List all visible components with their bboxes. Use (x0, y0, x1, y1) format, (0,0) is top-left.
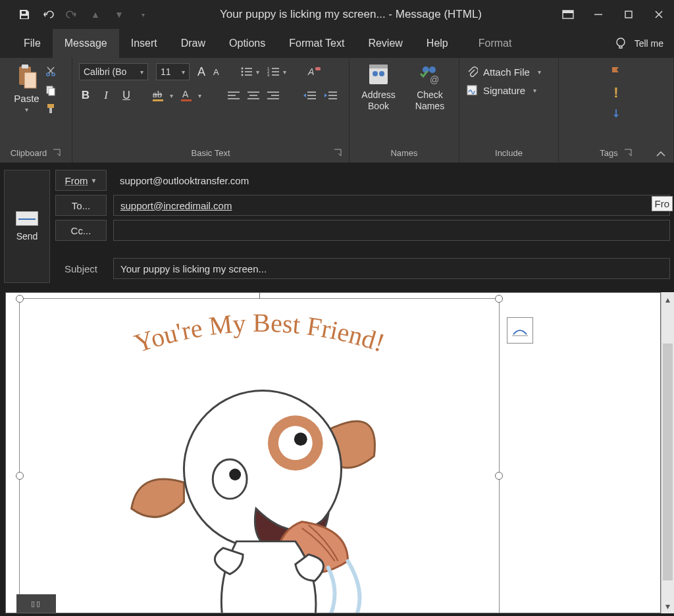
minimize-button[interactable] (583, 0, 613, 29)
ribbon-display-icon[interactable] (553, 0, 583, 29)
send-button[interactable]: Send (4, 170, 50, 283)
svg-rect-31 (315, 67, 321, 70)
check-names-button[interactable]: @ Check Names (407, 63, 452, 112)
to-button[interactable]: To... (55, 195, 107, 216)
svg-text:A: A (307, 66, 314, 77)
low-importance-icon[interactable] (611, 108, 621, 120)
signature-button[interactable]: Signature ▾ (466, 84, 552, 96)
undo-icon[interactable] (42, 9, 54, 20)
align-right-icon[interactable] (267, 87, 279, 104)
qat-next-icon[interactable]: ▼ (113, 9, 125, 20)
tab-message[interactable]: Message (53, 29, 119, 58)
align-left-icon[interactable] (228, 87, 240, 104)
svg-rect-17 (49, 108, 52, 113)
envelope-icon (16, 211, 38, 226)
maximize-button[interactable] (613, 0, 644, 29)
collapse-ribbon-icon[interactable] (655, 149, 667, 159)
paste-label: Paste (14, 93, 39, 104)
tab-review[interactable]: Review (356, 29, 414, 58)
tell-me[interactable]: Tell me (603, 29, 674, 58)
bullets-icon[interactable]: ▾ (240, 63, 259, 80)
italic-button[interactable]: I (100, 87, 112, 104)
scroll-thumb[interactable] (663, 344, 673, 580)
basic-text-dialog-launcher-icon[interactable] (333, 148, 342, 157)
tab-help[interactable]: Help (415, 29, 460, 58)
svg-point-6 (617, 38, 625, 46)
clipboard-dialog-launcher-icon[interactable] (52, 148, 61, 157)
tab-options[interactable]: Options (217, 29, 277, 58)
include-group-label: Include (495, 148, 523, 158)
qat-customize-icon[interactable]: ▾ (137, 9, 149, 20)
align-center-icon[interactable] (247, 87, 259, 104)
attach-file-button[interactable]: Attach File ▾ (466, 66, 552, 78)
attach-file-label: Attach File (483, 66, 530, 78)
from-button[interactable]: From▼ (55, 170, 107, 191)
redo-icon[interactable] (66, 9, 78, 20)
highlight-icon[interactable]: ab▾ (153, 87, 173, 104)
lightbulb-icon (613, 36, 628, 51)
zoom-slider-stub[interactable]: ▯▯ (16, 594, 56, 613)
cc-input[interactable] (113, 220, 670, 241)
scroll-up-icon[interactable]: ▴ (661, 292, 674, 307)
svg-text:ab: ab (153, 89, 162, 99)
underline-button[interactable]: U (120, 87, 133, 104)
svg-rect-51 (369, 67, 388, 84)
svg-point-65 (294, 432, 307, 446)
paperclip-icon (466, 66, 478, 78)
message-body-area: You're My Best Friend! (0, 290, 674, 616)
svg-rect-3 (625, 11, 632, 18)
svg-point-11 (51, 73, 54, 76)
format-painter-icon[interactable] (43, 101, 58, 116)
copy-icon[interactable] (43, 83, 58, 97)
grow-font-icon[interactable]: A (197, 63, 205, 80)
increase-indent-icon[interactable] (324, 87, 337, 104)
tags-group-label: Tags (600, 148, 617, 158)
bold-button[interactable]: B (79, 87, 92, 104)
font-family-combo[interactable]: Calibri (Bo▾ (79, 63, 148, 80)
vertical-scrollbar[interactable]: ▴ ▾ (661, 292, 674, 613)
follow-up-icon[interactable] (610, 66, 622, 78)
svg-point-56 (429, 66, 436, 73)
paste-button[interactable]: Paste ▾ (14, 63, 39, 113)
svg-point-67 (229, 469, 241, 480)
decrease-indent-icon[interactable] (303, 87, 316, 104)
tab-file[interactable]: File (12, 29, 53, 58)
shrink-font-icon[interactable]: A (213, 63, 219, 80)
high-importance-icon[interactable]: ! (613, 84, 618, 101)
svg-rect-35 (181, 99, 192, 101)
svg-rect-9 (24, 72, 36, 88)
tab-format-tool[interactable]: Format (467, 29, 524, 58)
cut-icon[interactable] (43, 64, 58, 79)
tell-me-label: Tell me (635, 38, 663, 49)
clipped-button[interactable]: Fro (652, 196, 673, 211)
layout-options-icon[interactable] (507, 317, 533, 344)
qat-prev-icon[interactable]: ▲ (90, 9, 101, 20)
font-size-combo[interactable]: 11▾ (156, 63, 190, 80)
font-color-icon[interactable]: A▾ (181, 87, 201, 104)
clear-format-icon[interactable]: A (307, 63, 322, 80)
signature-label: Signature (483, 85, 525, 96)
numbering-icon[interactable]: 123▾ (267, 63, 286, 80)
names-group-label: Names (390, 148, 417, 158)
address-book-button[interactable]: Address Book (356, 63, 401, 112)
image-selection[interactable]: You're My Best Friend! (19, 298, 500, 613)
tab-insert[interactable]: Insert (119, 29, 169, 58)
svg-rect-54 (369, 64, 388, 68)
tab-format-text[interactable]: Format Text (277, 29, 356, 58)
subject-input[interactable]: Your puppy is licking my screen... (113, 258, 670, 279)
to-input[interactable]: support@incredimail.com (113, 195, 670, 216)
cc-button[interactable]: Cc... (55, 220, 107, 241)
paste-icon (15, 63, 38, 91)
from-value: support@outlooktransfer.com (113, 170, 670, 191)
scroll-down-icon[interactable]: ▾ (661, 599, 674, 613)
tab-draw[interactable]: Draw (169, 29, 217, 58)
svg-point-22 (241, 74, 243, 76)
svg-text:3: 3 (267, 73, 270, 77)
message-body[interactable]: You're My Best Friend! (5, 292, 661, 613)
address-book-label: Address Book (361, 90, 395, 112)
save-icon[interactable] (18, 9, 30, 20)
subject-label: Subject (55, 263, 107, 274)
tags-dialog-launcher-icon[interactable] (623, 148, 633, 157)
close-button[interactable] (644, 0, 674, 29)
ribbon-tabs: File Message Insert Draw Options Format … (0, 29, 674, 58)
